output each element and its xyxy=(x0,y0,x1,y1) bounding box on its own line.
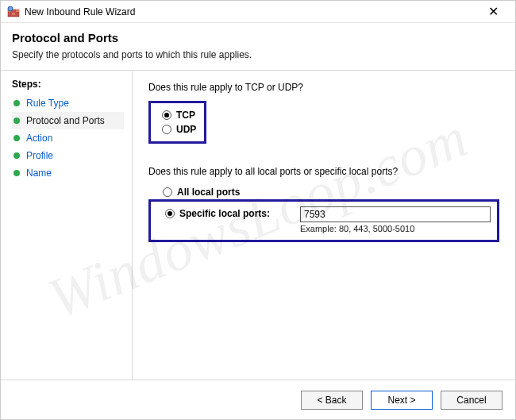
wizard-header: Protocol and Ports Specify the protocols… xyxy=(1,23,515,71)
close-icon[interactable]: ✕ xyxy=(477,4,509,19)
bullet-icon xyxy=(13,118,20,124)
step-name[interactable]: Name xyxy=(12,164,124,182)
port-example-text: Example: 80, 443, 5000-5010 xyxy=(300,224,491,233)
step-label: Rule Type xyxy=(26,98,69,109)
bullet-icon xyxy=(13,170,20,176)
window-title: New Inbound Rule Wizard xyxy=(25,6,477,17)
specific-ports-input[interactable] xyxy=(300,206,491,222)
step-profile[interactable]: Profile xyxy=(12,147,124,164)
step-label: Name xyxy=(26,168,52,179)
back-button[interactable]: < Back xyxy=(301,391,363,410)
bullet-icon xyxy=(13,100,20,106)
steps-label: Steps: xyxy=(12,79,124,90)
step-rule-type[interactable]: Rule Type xyxy=(12,94,124,112)
cancel-button[interactable]: Cancel xyxy=(441,391,503,410)
radio-all-ports[interactable]: All local ports xyxy=(163,185,499,199)
step-label: Action xyxy=(26,133,52,144)
radio-label: UDP xyxy=(176,124,196,135)
wizard-footer: < Back Next > Cancel xyxy=(1,380,515,419)
svg-point-6 xyxy=(8,6,13,11)
ports-question: Does this rule apply to all local ports … xyxy=(148,166,499,177)
step-label: Protocol and Ports xyxy=(26,115,105,126)
svg-rect-3 xyxy=(16,10,19,12)
page-subtitle: Specify the protocols and ports to which… xyxy=(12,49,504,60)
radio-label: All local ports xyxy=(177,187,240,198)
radio-label: Specific local ports: xyxy=(179,208,270,219)
next-button[interactable]: Next > xyxy=(371,391,433,410)
protocol-question: Does this rule apply to TCP or UDP? xyxy=(148,82,499,93)
bullet-icon xyxy=(13,135,20,141)
radio-icon xyxy=(163,187,172,197)
radio-tcp[interactable]: TCP xyxy=(162,108,196,122)
radio-icon xyxy=(165,209,175,218)
wizard-content: Does this rule apply to TCP or UDP? TCP … xyxy=(133,71,515,388)
svg-rect-5 xyxy=(12,13,15,15)
svg-rect-4 xyxy=(8,13,11,15)
step-action[interactable]: Action xyxy=(12,129,124,147)
titlebar: New Inbound Rule Wizard ✕ xyxy=(1,1,515,23)
radio-udp[interactable]: UDP xyxy=(162,122,196,137)
bullet-icon xyxy=(13,152,20,159)
step-label: Profile xyxy=(26,150,53,161)
radio-icon xyxy=(162,110,171,120)
radio-icon xyxy=(162,125,171,134)
radio-label: TCP xyxy=(176,110,195,121)
specific-ports-highlight-box: Specific local ports: Example: 80, 443, … xyxy=(148,199,499,242)
protocol-highlight-box: TCP UDP xyxy=(148,101,206,144)
steps-sidebar: Steps: Rule Type Protocol and Ports Acti… xyxy=(1,71,132,388)
step-protocol-ports[interactable]: Protocol and Ports xyxy=(12,112,124,129)
page-title: Protocol and Ports xyxy=(12,31,504,44)
radio-specific-ports[interactable]: Specific local ports: xyxy=(157,206,292,221)
firewall-icon xyxy=(7,6,20,18)
